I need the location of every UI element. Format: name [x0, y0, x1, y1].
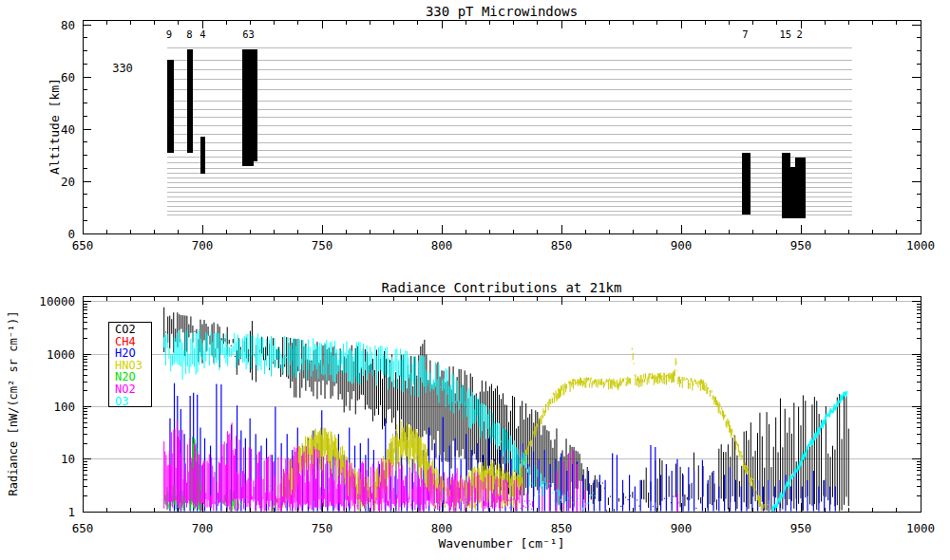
wavenumber-tick-label: 850 — [551, 238, 573, 252]
wavenumber-tick-label: 850 — [551, 521, 573, 535]
wavenumber-tick-label: 1000 — [906, 521, 935, 535]
microwindow-count-label: 2 — [797, 28, 803, 40]
wavenumber-tick-label: 900 — [671, 238, 693, 252]
spectra — [164, 308, 849, 512]
microwindow-bar — [242, 49, 254, 166]
altitude-tick-label: 40 — [61, 122, 75, 137]
microwindow-count-label: 63 — [242, 28, 255, 40]
microwindow-bar — [167, 60, 174, 153]
legend-item-o3: O3 — [115, 396, 151, 408]
altitude-tick-label: 80 — [61, 18, 75, 32]
microwindow-count-label: 8 — [186, 28, 192, 40]
microwindow-bar — [782, 153, 790, 218]
legend-item-no2: NO2 — [115, 383, 151, 396]
band-330-label: 330 — [112, 62, 133, 75]
microwindows-plot: 9846371520204060806507007508008509009501… — [61, 18, 935, 253]
microwindow-count-label: 15 — [780, 28, 792, 40]
microwindow-bar — [795, 158, 805, 218]
radiance-title: Radiance Contributions at 21km — [382, 280, 622, 295]
microwindow-bar — [187, 49, 193, 153]
altitude-tick-label: 20 — [61, 175, 75, 189]
microwindow-bar — [742, 153, 750, 215]
wavenumber-tick-label: 750 — [312, 521, 333, 535]
wavenumber-tick-label: 650 — [72, 521, 94, 535]
microwindows-title: 330 pT Microwindows — [426, 4, 578, 19]
wavenumber-tick-label: 750 — [312, 238, 333, 252]
species-legend: CO2 CH4 H2O HNO3 N2O NO2 O3 — [108, 322, 152, 407]
figure-page: 9846371520204060806507007508008509009501… — [0, 0, 950, 560]
microwindow-count-label: 9 — [166, 28, 172, 40]
radiance-tick-label: 1000 — [47, 347, 75, 362]
wavenumber-axis-label: Wavenumber [cm⁻¹] — [438, 536, 564, 551]
wavenumber-tick-label: 1000 — [906, 238, 935, 252]
wavenumber-tick-label: 900 — [671, 521, 693, 535]
wavenumber-tick-label: 700 — [192, 521, 214, 535]
radiance-tick-label: 100 — [53, 400, 75, 414]
microwindow-bar — [254, 49, 257, 161]
microwindow-bar — [200, 137, 205, 174]
radiance-tick-label: 10 — [61, 452, 75, 466]
altitude-tick-label: 60 — [61, 70, 75, 84]
legend-item-co2: CO2 — [115, 324, 151, 336]
radiance-tick-label: 10000 — [39, 294, 75, 308]
wavenumber-tick-label: 950 — [790, 238, 812, 252]
microwindow-count-label: 7 — [742, 28, 748, 40]
radiance-tick-label: 1 — [67, 505, 75, 519]
wavenumber-tick-label: 650 — [72, 238, 94, 252]
legend-item-h2o: H2O — [115, 347, 151, 360]
altitude-axis-label: Altitude [km] — [48, 78, 62, 175]
radiance-axis-label: Radiance [nW/(cm² sr cm⁻¹)] — [7, 310, 20, 495]
wavenumber-tick-label: 700 — [192, 238, 214, 252]
microwindow-bar — [790, 167, 796, 218]
microwindow-count-label: 4 — [200, 28, 205, 40]
wavenumber-tick-label: 950 — [790, 521, 812, 535]
radiance-plot: 1101001000100006507007508008509009501000 — [39, 294, 935, 535]
wavenumber-tick-label: 800 — [431, 238, 453, 252]
wavenumber-tick-label: 800 — [431, 521, 453, 535]
